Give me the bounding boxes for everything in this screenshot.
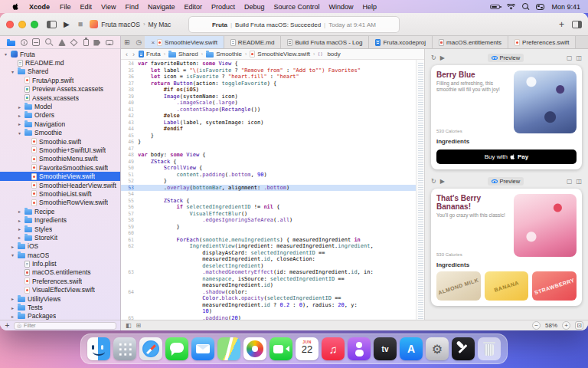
wifi-icon[interactable]: [507, 4, 515, 10]
dock-settings-icon[interactable]: [426, 337, 449, 360]
code-line-47[interactable]: 47: [121, 146, 416, 153]
project-navigator-icon[interactable]: [7, 41, 15, 46]
menu-file[interactable]: File: [55, 3, 76, 11]
line-number[interactable]: [121, 276, 138, 283]
dock-facetime-icon[interactable]: [270, 337, 292, 360]
line-number[interactable]: 54: [121, 191, 138, 198]
disclosure-chevron[interactable]: ▸: [17, 226, 22, 232]
dock-launchpad-icon[interactable]: [113, 337, 136, 360]
line-number[interactable]: 49: [121, 159, 138, 166]
menu-xcode[interactable]: Xcode: [24, 3, 55, 11]
battery-icon[interactable]: [490, 5, 500, 9]
breadcrumb-item-body[interactable]: body: [318, 51, 340, 58]
tree-item-packages[interactable]: ▸Packages: [0, 312, 120, 320]
close-button[interactable]: [6, 21, 14, 28]
tree-item-utilityviews[interactable]: ▸UtilityViews: [0, 294, 120, 303]
tree-item-tests[interactable]: ▸Tests: [0, 303, 120, 311]
tree-item-smoothieview-swift[interactable]: SmoothieView.swift: [0, 172, 120, 180]
disclosure-chevron[interactable]: ▾: [10, 252, 15, 258]
ingredient-card-banana[interactable]: BANANA: [485, 271, 529, 301]
toggle-inspector-icon[interactable]: [572, 21, 582, 28]
code-line-38[interactable]: 38 #if os(iOS): [121, 87, 416, 94]
dock-developer-icon[interactable]: [452, 337, 475, 360]
disclosure-chevron[interactable]: ▸: [10, 314, 15, 319]
tab-smoothieview-swift[interactable]: ×SmoothieView.swift: [145, 36, 224, 48]
code-line-55[interactable]: 55 ZStack {: [121, 198, 416, 205]
tree-item-visualeffectview-swift[interactable]: VisualEffectView.swift: [0, 286, 120, 294]
line-number[interactable]: 64: [121, 289, 138, 296]
line-number[interactable]: 50: [121, 165, 138, 172]
line-number[interactable]: 47: [121, 146, 138, 153]
code-line-45[interactable]: 45 }: [121, 133, 416, 140]
code-line-52[interactable]: 52 }: [121, 178, 416, 185]
code-line-wrap[interactable]: measuredIngredient.id, closeAction:: [121, 256, 416, 263]
disclosure-chevron[interactable]: ▸: [10, 296, 15, 301]
line-number[interactable]: 61: [121, 237, 138, 244]
zoom-in-button[interactable]: +: [562, 321, 570, 330]
dock-tv-icon[interactable]: tv: [374, 337, 397, 360]
code-line-40[interactable]: 40 .imageScale(.large): [121, 100, 416, 107]
apple-menu-icon[interactable]: [8, 2, 24, 11]
code-line-46[interactable]: 46}: [121, 139, 416, 146]
tab-readme-md[interactable]: README.md: [224, 36, 282, 48]
line-number[interactable]: 55: [121, 198, 138, 205]
menu-window[interactable]: Window: [325, 3, 358, 11]
tab-fruta-xcodeproj[interactable]: Fruta.xcodeproj: [369, 36, 433, 48]
code-line-63[interactable]: 63 .matchedGeometryEffect(id: measuredIn…: [121, 269, 416, 276]
line-number[interactable]: 40: [121, 100, 138, 107]
line-number[interactable]: [121, 308, 138, 315]
tree-item-fruta[interactable]: ▾Fruta: [0, 50, 120, 58]
library-plus-icon[interactable]: +: [559, 20, 564, 29]
scheme-selector[interactable]: Fruta macOS › My Mac: [90, 20, 171, 28]
disclosure-chevron[interactable]: ▾: [17, 130, 22, 136]
dock-messages-icon[interactable]: [165, 337, 188, 360]
line-number[interactable]: [121, 282, 138, 289]
code-line-51[interactable]: 51 content.padding(.bottom, 90): [121, 172, 416, 179]
menu-source-control[interactable]: Source Control: [270, 3, 325, 11]
source-control-navigator-icon[interactable]: [21, 39, 28, 46]
code-line-36[interactable]: 36 let icon = isFavorite ? "heart.fill" …: [121, 74, 416, 80]
tree-item-info-plist[interactable]: Info.plist: [0, 259, 120, 268]
line-number[interactable]: 37: [121, 80, 138, 87]
minimize-button[interactable]: [18, 21, 26, 28]
code-line-34[interactable]: 34var favoriteButton: some View {: [121, 61, 416, 67]
tree-item-assets-xcassets[interactable]: Assets.xcassets: [0, 94, 120, 102]
code-line-wrap[interactable]: Color.black.opacity(selectedIngredientID…: [121, 295, 416, 302]
tree-item-macos-entitlements[interactable]: macOS.entitlements: [0, 268, 120, 277]
line-number[interactable]: 34: [121, 61, 138, 67]
line-number[interactable]: [121, 295, 138, 302]
toggle-navigator-icon[interactable]: [47, 21, 57, 28]
duplicate-preview-icon[interactable]: ◫: [576, 55, 582, 61]
refresh-preview-icon[interactable]: ↻: [431, 179, 436, 185]
live-preview-icon[interactable]: ▶: [440, 179, 445, 185]
menu-product[interactable]: Product: [207, 3, 240, 11]
forward-button[interactable]: ›: [132, 51, 136, 58]
code-line-61[interactable]: 61 ForEach(smoothie.menuIngredients) { m…: [121, 237, 416, 244]
disclosure-chevron[interactable]: ▸: [17, 218, 22, 223]
line-number[interactable]: 35: [121, 67, 138, 74]
code-line-wrap[interactable]: deselectIngredient): [121, 263, 416, 270]
live-preview-icon[interactable]: ▶: [440, 55, 445, 61]
control-center-icon[interactable]: [536, 4, 544, 10]
device-settings-icon[interactable]: ▢: [567, 179, 573, 185]
dock-mail-icon[interactable]: [191, 337, 214, 360]
line-number[interactable]: [121, 263, 138, 270]
disclosure-chevron[interactable]: ▸: [17, 209, 22, 214]
back-button[interactable]: ‹: [125, 51, 129, 58]
tree-item-smoothiemenu-swift[interactable]: SmoothieMenu.swift: [0, 155, 120, 163]
tree-item-readme-md[interactable]: README.md: [0, 58, 120, 67]
disclosure-chevron[interactable]: ▸: [10, 244, 15, 249]
tree-item-smoothielist-swift[interactable]: SmoothieList.swift: [0, 189, 120, 198]
editor-options-icon[interactable]: ◧: [126, 322, 132, 329]
tree-item-ios[interactable]: ▸iOS: [0, 242, 120, 251]
dock-appstore-icon[interactable]: A: [400, 337, 423, 360]
debug-navigator-icon[interactable]: [83, 39, 89, 46]
tree-item-ingredients[interactable]: ▸Ingredients: [0, 215, 120, 224]
tree-item-orders[interactable]: ▸Orders: [0, 111, 120, 120]
tree-item-macos[interactable]: ▾macOS: [0, 251, 120, 259]
tree-item-favoritesmoothies-swift[interactable]: FavoriteSmoothies.swift: [0, 163, 120, 172]
tab-build-fruta-macos-log[interactable]: Build Fruta macOS - Log: [281, 36, 369, 48]
code-line-42[interactable]: 42 #else: [121, 113, 416, 120]
tree-item-navigation[interactable]: ▸Navigation: [0, 120, 120, 128]
line-number[interactable]: 43: [121, 120, 138, 127]
